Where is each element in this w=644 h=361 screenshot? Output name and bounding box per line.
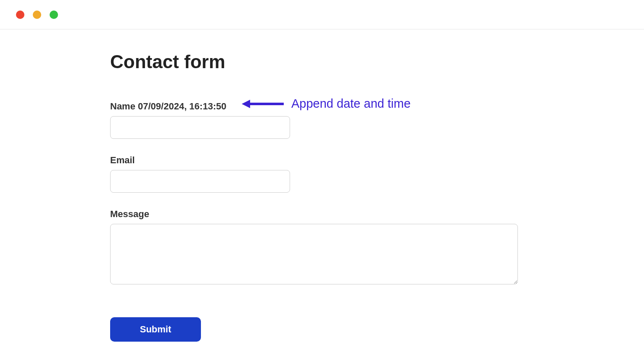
submit-button[interactable]: Submit — [110, 317, 201, 342]
name-input[interactable] — [110, 116, 290, 139]
window-title-bar — [0, 0, 644, 29]
email-input[interactable] — [110, 170, 290, 193]
main-content: Contact form Name 07/09/2024, 16:13:50 E… — [0, 29, 644, 342]
arrow-left-icon — [242, 99, 284, 109]
svg-marker-1 — [242, 100, 250, 108]
email-label: Email — [110, 155, 644, 166]
message-label: Message — [110, 209, 644, 220]
email-form-group: Email — [110, 155, 644, 193]
annotation-callout: Append date and time — [242, 97, 411, 111]
minimize-window-button[interactable] — [33, 11, 41, 19]
close-window-button[interactable] — [16, 11, 24, 19]
message-form-group: Message — [110, 209, 644, 286]
maximize-window-button[interactable] — [50, 11, 58, 19]
annotation-text: Append date and time — [291, 97, 411, 111]
page-title: Contact form — [110, 51, 644, 72]
message-textarea[interactable] — [110, 224, 518, 284]
